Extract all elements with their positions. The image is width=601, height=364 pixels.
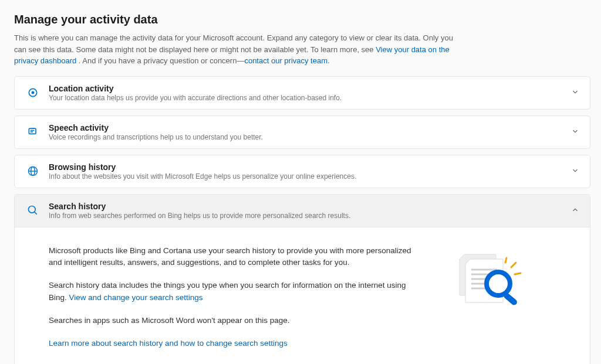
svg-line-21 xyxy=(505,258,507,263)
svg-line-9 xyxy=(35,212,37,215)
location-activity-card: Location activity Your location data hel… xyxy=(14,76,590,110)
search-history-card: Search history Info from web searches pe… xyxy=(14,194,590,365)
chevron-up-icon xyxy=(571,206,579,216)
svg-point-8 xyxy=(29,206,36,213)
search-history-row[interactable]: Search history Info from web searches pe… xyxy=(15,195,590,227)
location-icon xyxy=(23,87,43,98)
privacy-activity-page: Manage your activity data This is where … xyxy=(0,0,601,364)
browsing-title: Browsing history xyxy=(49,162,571,172)
location-sub: Your location data helps us provide you … xyxy=(49,94,571,102)
search-sub: Info from web searches performed on Bing… xyxy=(49,212,571,220)
search-p1: Microsoft products like Bing and Cortana… xyxy=(49,245,424,270)
chevron-down-icon xyxy=(571,127,579,137)
globe-icon xyxy=(23,165,43,177)
intro-seg2: . And if you have a privacy question or … xyxy=(79,56,245,65)
search-illustration xyxy=(442,250,524,316)
search-title: Search history xyxy=(49,202,571,211)
svg-rect-2 xyxy=(29,128,36,134)
search-body: Search history Info from web searches pe… xyxy=(43,202,571,220)
browsing-history-card: Browsing history Info about the websites… xyxy=(14,155,590,188)
browsing-sub: Info about the websites you visit with M… xyxy=(49,172,571,181)
speech-icon xyxy=(23,126,43,138)
search-history-text: Microsoft products like Bing and Cortana… xyxy=(49,245,424,351)
svg-point-17 xyxy=(487,272,510,295)
speech-activity-row[interactable]: Speech activity Voice recordings and tra… xyxy=(15,116,590,148)
learn-more-search-history-link[interactable]: Learn more about search history and how … xyxy=(49,339,288,348)
location-title: Location activity xyxy=(49,84,571,93)
view-change-search-settings-link[interactable]: View and change your search settings xyxy=(69,293,203,302)
chevron-down-icon xyxy=(571,88,579,98)
contact-privacy-team-link[interactable]: contact our privacy team xyxy=(244,56,327,65)
speech-body: Speech activity Voice recordings and tra… xyxy=(43,123,571,141)
location-activity-row[interactable]: Location activity Your location data hel… xyxy=(15,77,590,109)
svg-line-19 xyxy=(511,263,516,267)
speech-title: Speech activity xyxy=(49,123,571,132)
search-p3: Searches in apps such as Microsoft Word … xyxy=(49,315,424,327)
page-title: Manage your activity data xyxy=(14,13,590,26)
search-icon xyxy=(23,205,43,216)
speech-sub: Voice recordings and transcriptions help… xyxy=(49,133,571,141)
chevron-down-icon xyxy=(571,166,579,176)
search-p2: Search history data includes the things … xyxy=(49,280,424,304)
svg-rect-18 xyxy=(503,292,518,306)
svg-line-20 xyxy=(515,273,521,274)
location-body: Location activity Your location data hel… xyxy=(43,84,571,102)
svg-point-1 xyxy=(32,91,35,94)
intro-text: This is where you can manage the activit… xyxy=(14,32,460,67)
search-history-panel: Microsoft products like Bing and Cortana… xyxy=(15,227,590,365)
browsing-body: Browsing history Info about the websites… xyxy=(43,162,571,181)
intro-seg3: . xyxy=(327,56,330,65)
speech-activity-card: Speech activity Voice recordings and tra… xyxy=(14,115,590,149)
browsing-history-row[interactable]: Browsing history Info about the websites… xyxy=(15,155,590,188)
